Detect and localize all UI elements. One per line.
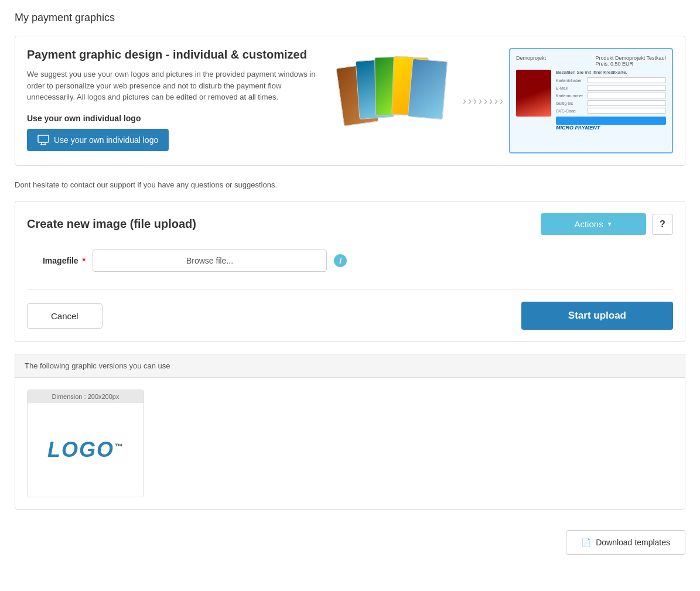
preview-header: Demoprojekt Produkt Demoprojekt Testkauf… [516, 55, 666, 67]
preview-description: Bezahlen Sie mit Ihrer Kreditkarte. [556, 70, 666, 75]
preview-box: Demoprojekt Produkt Demoprojekt Testkauf… [509, 48, 673, 153]
chevron-down-icon: ▼ [607, 221, 613, 227]
image-stack [340, 54, 457, 148]
preview-label-5: CVC-Code [556, 109, 585, 113]
start-upload-button[interactable]: Start upload [521, 302, 673, 330]
preview-input-3 [587, 93, 666, 98]
download-file-icon: 📄 [581, 538, 591, 547]
download-templates-button[interactable]: 📄 Download templates [566, 530, 685, 555]
top-section-left: Payment graphic design - individual & cu… [27, 48, 328, 151]
arrow-5: › [484, 95, 487, 107]
download-templates-section: 📄 Download templates [15, 521, 685, 563]
monitor-icon [37, 135, 49, 145]
preview-row-5: CVC-Code [556, 108, 666, 114]
preview-product-label: Produkt Demoprojekt TestkaufPreis: 0.50 … [596, 55, 666, 67]
help-symbol: ? [660, 219, 665, 230]
cancel-button[interactable]: Cancel [27, 303, 103, 329]
graphic-versions-header-text: The following graphic versions you can u… [25, 361, 170, 370]
images-area: › › › › › › › › Demoprojekt Produkt Demo… [340, 48, 673, 153]
preview-input-4 [587, 100, 666, 106]
upload-actions: Actions ▼ ? [541, 213, 673, 235]
page-title: My payment graphics [15, 12, 685, 24]
start-upload-button-label: Start upload [568, 310, 626, 321]
preview-row-1: Karteninhaber [556, 77, 666, 83]
actions-button[interactable]: Actions ▼ [541, 213, 646, 235]
individual-logo-button[interactable]: Use your own individual logo [27, 129, 169, 151]
arrow-1: › [463, 95, 466, 107]
top-section: Payment graphic design - individual & cu… [15, 36, 685, 166]
info-icon[interactable]: i [334, 254, 347, 267]
image-card-5 [408, 59, 448, 120]
graphic-versions-body: Dimension : 200x200px LOGO™ [15, 378, 685, 509]
svg-rect-0 [38, 135, 49, 142]
logo-word: LOGO [47, 438, 114, 462]
page-container: My payment graphics Payment graphic desi… [0, 0, 700, 591]
preview-row-3: Kartennummer [556, 93, 666, 98]
imagefile-label-text: Imagefile [43, 256, 78, 265]
upload-header: Create new image (file upload) Actions ▼… [27, 213, 673, 235]
preview-input-2 [587, 85, 666, 91]
preview-inner: Bezahlen Sie mit Ihrer Kreditkarte. Kart… [516, 70, 666, 131]
section-heading: Payment graphic design - individual & cu… [27, 48, 328, 62]
actions-button-label: Actions [574, 219, 603, 229]
logo-label: Use your own individual logo [27, 114, 328, 123]
preview-label-3: Kartennummer [556, 94, 585, 98]
required-star: * [83, 256, 86, 265]
preview-image [516, 70, 551, 117]
download-templates-label: Download templates [596, 538, 670, 547]
arrow-4: › [479, 95, 482, 107]
arrow-area: › › › › › › › › [463, 95, 503, 107]
upload-title: Create new image (file upload) [27, 217, 196, 231]
upload-footer-buttons: Cancel Start upload [27, 289, 673, 330]
browse-file-button[interactable]: Browse file... [93, 250, 327, 272]
help-button[interactable]: ? [652, 214, 673, 235]
arrow-3: › [473, 95, 477, 107]
arrow-6: › [489, 95, 493, 107]
preview-submit-btn [556, 117, 666, 125]
graphic-versions-section: The following graphic versions you can u… [15, 354, 685, 510]
preview-form: Bezahlen Sie mit Ihrer Kreditkarte. Kart… [556, 70, 666, 131]
logo-preview-card: Dimension : 200x200px LOGO™ [27, 390, 144, 497]
imagefile-label: Imagefile * [27, 256, 86, 265]
arrow-7: › [494, 95, 498, 107]
preview-header-left: Demoprojekt [516, 55, 546, 67]
graphic-versions-header: The following graphic versions you can u… [15, 354, 685, 378]
preview-label-1: Karteninhaber [556, 78, 585, 83]
preview-input-1 [587, 77, 666, 83]
individual-logo-button-label: Use your own individual logo [54, 135, 158, 145]
preview-row-2: E-Mail [556, 85, 666, 91]
info-symbol: i [339, 257, 342, 265]
cancel-button-label: Cancel [51, 311, 78, 321]
logo-text: LOGO™ [47, 438, 124, 462]
preview-row-4: Gültig bis [556, 100, 666, 106]
arrow-8: › [500, 95, 503, 107]
browse-file-label: Browse file... [186, 256, 233, 265]
upload-form-row: Imagefile * Browse file... i [27, 250, 673, 272]
micropayment-logo: MICRO PAYMENT [556, 125, 666, 131]
logo-preview-inner: LOGO™ [28, 403, 144, 497]
preview-label-4: Gültig bis [556, 101, 585, 105]
upload-section: Create new image (file upload) Actions ▼… [15, 201, 685, 342]
support-text: Dont hesitate to contact our support if … [15, 177, 685, 192]
description-text: We suggest you use your own logos and pi… [27, 69, 328, 103]
preview-label-2: E-Mail [556, 86, 585, 90]
arrow-2: › [468, 95, 472, 107]
preview-input-5 [587, 108, 666, 114]
logo-dimension-label: Dimension : 200x200px [28, 390, 144, 403]
logo-tm: ™ [114, 442, 124, 451]
